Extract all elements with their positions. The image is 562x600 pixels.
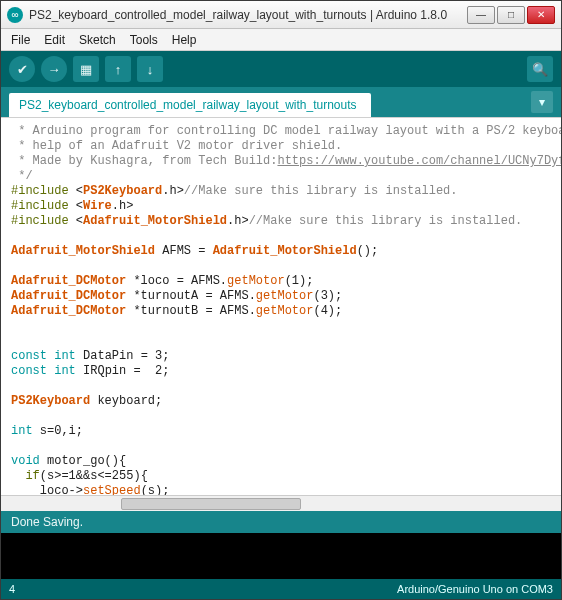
status-message: Done Saving. [11, 515, 83, 529]
menu-file[interactable]: File [5, 31, 36, 49]
tab-strip: PS2_keyboard_controlled_model_railway_la… [1, 87, 561, 117]
keyword: const [11, 364, 47, 378]
keyword: int [54, 364, 76, 378]
app-window: ∞ PS2_keyboard_controlled_model_railway_… [0, 0, 562, 600]
comment-url: https://www.youtube.com/channel/UCNy7Dyf… [277, 154, 561, 168]
lib-name: PS2Keyboard [83, 184, 162, 198]
code-text: keyboard; [90, 394, 162, 408]
func-call: getMotor [256, 289, 314, 303]
minimize-button[interactable]: — [467, 6, 495, 24]
type-name: Adafruit_DCMotor [11, 274, 126, 288]
check-icon: ✔ [17, 62, 28, 77]
comment-line: */ [11, 169, 33, 183]
type-name: PS2Keyboard [11, 394, 90, 408]
lib-ext: .h [162, 184, 176, 198]
comment-line: * Arduino program for controlling DC mod… [11, 124, 561, 138]
keyword: const [11, 349, 47, 363]
line-number: 4 [9, 583, 15, 595]
close-button[interactable]: ✕ [527, 6, 555, 24]
maximize-button[interactable]: □ [497, 6, 525, 24]
scrollbar-thumb[interactable] [121, 498, 301, 510]
comment-line: * Made by Kushagra, from Tech Build: [11, 154, 277, 168]
comment-line: * help of an Adafruit V2 motor driver sh… [11, 139, 342, 153]
status-bar: Done Saving. [1, 511, 561, 533]
window-title: PS2_keyboard_controlled_model_railway_la… [29, 8, 467, 22]
code-text: (4); [313, 304, 342, 318]
code-text: loco-> [11, 484, 83, 495]
func-call: getMotor [227, 274, 285, 288]
keyword: if [25, 469, 39, 483]
new-button[interactable]: ▦ [73, 56, 99, 82]
menu-edit[interactable]: Edit [38, 31, 71, 49]
code-text: (3); [313, 289, 342, 303]
code-text: (1); [285, 274, 314, 288]
board-info: Arduino/Genuino Uno on COM3 [397, 583, 553, 595]
save-button[interactable]: ↓ [137, 56, 163, 82]
lib-ext: .h [227, 214, 241, 228]
chevron-down-icon: ▾ [539, 95, 545, 109]
code-text: motor_go(){ [40, 454, 126, 468]
lib-ext: .h [112, 199, 126, 213]
include-keyword: #include [11, 184, 69, 198]
code-text: DataPin = 3; [76, 349, 170, 363]
include-keyword: #include [11, 199, 69, 213]
code-text: *turnoutB = AFMS. [126, 304, 256, 318]
code-text: (); [357, 244, 379, 258]
horizontal-scrollbar[interactable] [1, 495, 561, 511]
toolbar: ✔ → ▦ ↑ ↓ 🔍 [1, 51, 561, 87]
sketch-tab[interactable]: PS2_keyboard_controlled_model_railway_la… [9, 93, 371, 117]
footer-bar: 4 Arduino/Genuino Uno on COM3 [1, 579, 561, 599]
menubar: File Edit Sketch Tools Help [1, 29, 561, 51]
code-text: (s>=1&&s<=255){ [40, 469, 148, 483]
menu-tools[interactable]: Tools [124, 31, 164, 49]
keyword: void [11, 454, 40, 468]
code-text: *loco = AFMS. [126, 274, 227, 288]
titlebar[interactable]: ∞ PS2_keyboard_controlled_model_railway_… [1, 1, 561, 29]
menu-help[interactable]: Help [166, 31, 203, 49]
serial-icon: 🔍 [532, 62, 548, 77]
keyword: int [11, 424, 33, 438]
keyword: int [54, 349, 76, 363]
func-call: getMotor [256, 304, 314, 318]
open-button[interactable]: ↑ [105, 56, 131, 82]
code-text: AFMS = [155, 244, 213, 258]
lib-name: Adafruit_MotorShield [83, 214, 227, 228]
code-text: *turnoutA = AFMS. [126, 289, 256, 303]
editor-area: * Arduino program for controlling DC mod… [1, 117, 561, 495]
ctor-name: Adafruit_MotorShield [213, 244, 357, 258]
inline-comment: //Make sure this library is installed. [184, 184, 458, 198]
serial-monitor-button[interactable]: 🔍 [527, 56, 553, 82]
console-output[interactable] [1, 533, 561, 579]
arduino-icon: ∞ [7, 7, 23, 23]
tab-menu-button[interactable]: ▾ [531, 91, 553, 113]
code-text: s=0,i; [33, 424, 83, 438]
code-text: IRQpin = 2; [76, 364, 170, 378]
code-text: (s); [141, 484, 170, 495]
menu-sketch[interactable]: Sketch [73, 31, 122, 49]
upload-button[interactable]: → [41, 56, 67, 82]
arrow-right-icon: → [48, 62, 61, 77]
type-name: Adafruit_DCMotor [11, 304, 126, 318]
lib-name: Wire [83, 199, 112, 213]
include-keyword: #include [11, 214, 69, 228]
type-name: Adafruit_MotorShield [11, 244, 155, 258]
inline-comment: //Make sure this library is installed. [249, 214, 523, 228]
verify-button[interactable]: ✔ [9, 56, 35, 82]
func-call: setSpeed [83, 484, 141, 495]
code-text [11, 469, 25, 483]
code-editor[interactable]: * Arduino program for controlling DC mod… [1, 118, 561, 495]
open-icon: ↑ [115, 62, 122, 77]
save-icon: ↓ [147, 62, 154, 77]
new-icon: ▦ [80, 62, 92, 77]
type-name: Adafruit_DCMotor [11, 289, 126, 303]
